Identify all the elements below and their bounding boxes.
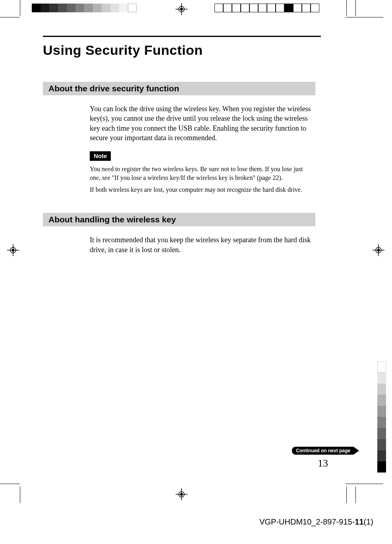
crop-mark xyxy=(346,484,383,484)
footer-suffix: (1) xyxy=(364,517,373,526)
section-body: It is recommended that you keep the wire… xyxy=(90,235,312,255)
note-text: If both wireless keys are lost, your com… xyxy=(90,185,312,194)
crop-mark xyxy=(346,0,347,16)
footer-prefix: VGP-UHDM10_2-897-915- xyxy=(259,517,355,526)
color-calibration-bar xyxy=(32,4,137,12)
section-header: About the drive security function xyxy=(43,82,315,95)
crop-mark xyxy=(20,486,20,503)
crop-mark xyxy=(20,0,20,16)
horizontal-rule xyxy=(43,36,321,37)
side-gray-bar xyxy=(377,361,386,473)
registration-mark-icon xyxy=(176,488,187,500)
color-calibration-bar-outline xyxy=(214,4,319,12)
crop-mark xyxy=(346,486,347,503)
registration-mark-icon xyxy=(373,244,384,256)
registration-mark-icon xyxy=(7,244,19,256)
paragraph: It is recommended that you keep the wire… xyxy=(90,235,312,255)
crop-mark xyxy=(0,17,20,17)
section-body: You can lock the drive using the wireles… xyxy=(90,104,312,194)
crop-mark xyxy=(0,484,20,484)
paragraph: You can lock the drive using the wireles… xyxy=(90,104,312,143)
continued-badge: Continued on next page xyxy=(292,447,353,455)
page-number: 13 xyxy=(318,457,328,469)
continued-indicator: Continued on next page xyxy=(270,447,353,455)
page-title: Using Security Function xyxy=(43,42,321,58)
crop-mark xyxy=(355,486,356,503)
crop-mark xyxy=(355,0,356,16)
note-text: You need to register the two wireless ke… xyxy=(90,165,312,182)
content-area: Using Security Function About the drive … xyxy=(43,36,321,260)
section-header: About handling the wireless key xyxy=(43,213,315,226)
note-badge: Note xyxy=(90,151,111,161)
print-page: Using Security Function About the drive … xyxy=(0,0,392,544)
registration-mark-icon xyxy=(176,3,187,15)
footer-bold: 11 xyxy=(355,517,363,526)
crop-mark xyxy=(346,17,383,17)
footer-document-code: VGP-UHDM10_2-897-915-11(1) xyxy=(183,517,373,527)
